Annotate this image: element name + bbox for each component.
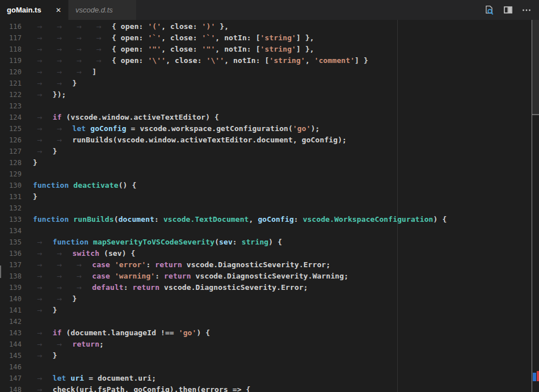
code-line-content: →check(uri.fsPath, goConfig).then(errors… xyxy=(33,384,539,392)
tab-whitespace-arrow-icon: → xyxy=(53,271,73,283)
line-number[interactable]: 133 xyxy=(0,214,33,225)
code-line[interactable]: 120→→→] xyxy=(0,66,539,78)
code-line-content: →let uri = document.uri; xyxy=(33,373,539,384)
tab-whitespace-arrow-icon: → xyxy=(53,44,73,56)
split-editor-icon[interactable] xyxy=(503,5,513,15)
line-number[interactable]: 126 xyxy=(0,134,33,146)
code-line[interactable]: 130function deactivate() { xyxy=(0,180,539,191)
line-number[interactable]: 141 xyxy=(0,305,33,316)
code-line[interactable]: 148→check(uri.fsPath, goConfig).then(err… xyxy=(0,384,539,392)
code-line[interactable]: 134 xyxy=(0,225,539,237)
code-line-content: →→→] xyxy=(33,66,539,78)
line-number[interactable]: 142 xyxy=(0,316,33,327)
line-number[interactable]: 148 xyxy=(0,384,33,392)
code-line[interactable]: 121→→} xyxy=(0,78,539,89)
code-editor[interactable]: 116→→→→{ open: '(', close: ')' },117→→→→… xyxy=(0,20,539,392)
line-number[interactable]: 121 xyxy=(0,78,33,89)
code-line[interactable]: 116→→→→{ open: '(', close: ')' }, xyxy=(0,21,539,32)
line-number[interactable]: 134 xyxy=(0,225,33,237)
line-number[interactable]: 147 xyxy=(0,373,33,384)
code-line[interactable]: 135→function mapSeverityToVSCodeSeverity… xyxy=(0,237,539,248)
code-line[interactable]: 126→→runBuilds(vscode.window.activeTextE… xyxy=(0,134,539,146)
code-line[interactable]: 136→→switch (sev) { xyxy=(0,248,539,259)
line-number[interactable]: 125 xyxy=(0,123,33,134)
line-number[interactable]: 127 xyxy=(0,146,33,157)
code-line[interactable]: 144→→return; xyxy=(0,339,539,350)
tab-whitespace-arrow-icon: → xyxy=(53,260,73,271)
code-line[interactable]: 147→let uri = document.uri; xyxy=(0,373,539,384)
code-line[interactable]: 118→→→→{ open: '"', close: '"', notIn: [… xyxy=(0,44,539,55)
line-number[interactable]: 131 xyxy=(0,191,33,203)
code-line[interactable]: 127→} xyxy=(0,146,539,157)
code-line[interactable]: 137→→→case 'error': return vscode.Diagno… xyxy=(0,259,539,271)
line-number[interactable]: 118 xyxy=(0,44,33,55)
code-line[interactable]: 132 xyxy=(0,203,539,214)
line-number[interactable]: 119 xyxy=(0,55,33,66)
line-number[interactable]: 132 xyxy=(0,203,33,214)
line-number[interactable]: 128 xyxy=(0,157,33,168)
open-preview-icon[interactable] xyxy=(484,5,494,15)
line-number[interactable]: 146 xyxy=(0,361,33,373)
line-number[interactable]: 136 xyxy=(0,248,33,259)
code-line[interactable]: 138→→→case 'warning': return vscode.Diag… xyxy=(0,271,539,282)
line-number[interactable]: 144 xyxy=(0,339,33,350)
code-line[interactable]: 133function runBuilds(document: vscode.T… xyxy=(0,214,539,225)
line-number[interactable]: 117 xyxy=(0,32,33,44)
line-number[interactable]: 122 xyxy=(0,89,33,100)
code-line[interactable]: 142 xyxy=(0,316,539,327)
code-line[interactable]: 141→} xyxy=(0,305,539,316)
code-line[interactable]: 119→→→→{ open: '\'', close: '\'', notIn:… xyxy=(0,55,539,66)
code-line[interactable]: 122→}); xyxy=(0,89,539,100)
code-line[interactable]: 143→if (document.languageId !== 'go') { xyxy=(0,327,539,339)
line-number[interactable]: 135 xyxy=(0,237,33,248)
code-line[interactable]: 140→→} xyxy=(0,293,539,305)
more-actions-icon[interactable] xyxy=(521,5,532,15)
line-number[interactable]: 140 xyxy=(0,293,33,305)
tab-vscode-d-ts[interactable]: vscode.d.ts xyxy=(69,0,136,20)
line-number[interactable]: 130 xyxy=(0,180,33,191)
code-line[interactable]: 117→→→→{ open: '`', close: '`', notIn: [… xyxy=(0,32,539,44)
code-line[interactable]: 123 xyxy=(0,100,539,112)
code-line-content: →} xyxy=(33,350,539,361)
tab-whitespace-arrow-icon: → xyxy=(33,351,53,362)
line-number[interactable]: 145 xyxy=(0,350,33,361)
code-line-content: →→→→{ open: '\'', close: '\'', notIn: ['… xyxy=(33,55,539,66)
code-line-content xyxy=(33,361,539,373)
scrollbar-slider[interactable] xyxy=(532,20,539,115)
line-number[interactable]: 116 xyxy=(0,21,33,32)
line-number[interactable]: 137 xyxy=(0,259,33,271)
line-number[interactable]: 138 xyxy=(0,271,33,282)
code-line[interactable]: 145→} xyxy=(0,350,539,361)
line-number[interactable]: 129 xyxy=(0,168,33,180)
line-number[interactable]: 124 xyxy=(0,112,33,123)
code-line[interactable]: 129 xyxy=(0,168,539,180)
tab-whitespace-arrow-icon: → xyxy=(33,78,53,90)
tab-whitespace-arrow-icon: → xyxy=(92,44,112,56)
tab-whitespace-arrow-icon: → xyxy=(33,33,53,44)
tab-gomain-ts[interactable]: goMain.ts ✕ xyxy=(0,0,68,20)
code-line[interactable]: 128} xyxy=(0,157,539,168)
tab-whitespace-arrow-icon: → xyxy=(53,294,73,305)
code-line[interactable]: 146 xyxy=(0,361,539,373)
tab-whitespace-arrow-icon: → xyxy=(33,248,53,260)
tab-whitespace-arrow-icon: → xyxy=(53,248,73,260)
code-line-content: →} xyxy=(33,146,539,157)
line-number[interactable]: 120 xyxy=(0,66,33,78)
code-line[interactable]: 139→→→default: return vscode.DiagnosticS… xyxy=(0,282,539,293)
tab-whitespace-arrow-icon: → xyxy=(33,237,53,248)
line-number[interactable]: 143 xyxy=(0,327,33,339)
line-number[interactable]: 139 xyxy=(0,282,33,293)
tab-whitespace-arrow-icon: → xyxy=(92,33,112,44)
code-line[interactable]: 124→if (vscode.window.activeTextEditor) … xyxy=(0,112,539,123)
scrollbar[interactable] xyxy=(532,20,539,392)
tab-whitespace-arrow-icon: → xyxy=(73,283,92,294)
code-line-content: →→} xyxy=(33,293,539,305)
tab-whitespace-arrow-icon: → xyxy=(53,56,73,67)
close-icon[interactable]: ✕ xyxy=(56,7,61,14)
code-line[interactable]: 125→→let goConfig = vscode.workspace.get… xyxy=(0,123,539,134)
line-number[interactable]: 123 xyxy=(0,100,33,112)
vscode-window: goMain.ts ✕ vscode.d.ts xyxy=(0,0,539,392)
code-line-content xyxy=(33,316,539,327)
tab-whitespace-arrow-icon: → xyxy=(33,146,53,158)
code-line[interactable]: 131} xyxy=(0,191,539,203)
